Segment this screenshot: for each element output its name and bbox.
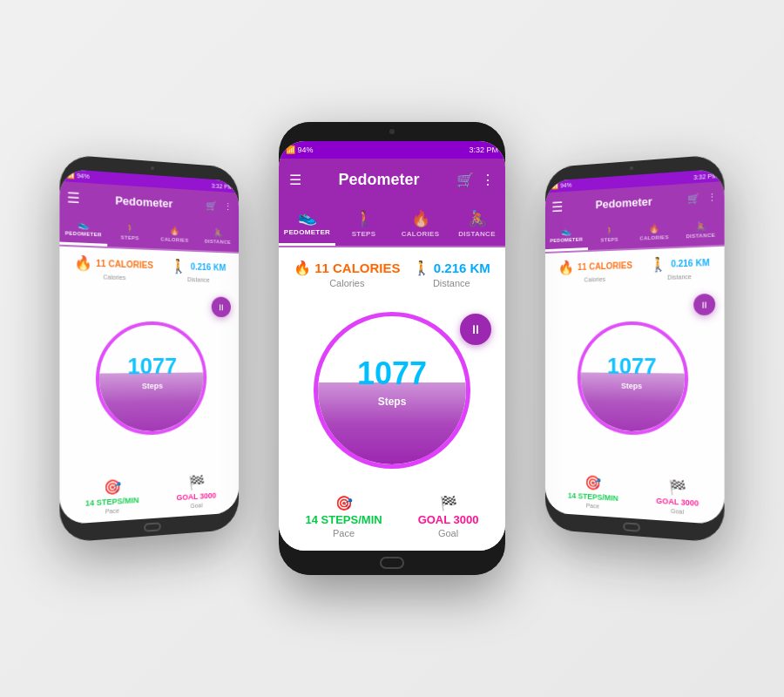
tab-bar-center: 👟 PEDOMETER 🚶 STEPS 🔥 CALORIES 🚴 DISTANC… xyxy=(279,200,505,247)
tab-calories-center[interactable]: 🔥 CALORIES xyxy=(392,200,449,246)
hamburger-icon-right[interactable]: ☰ xyxy=(551,198,563,214)
pedometer-icon-right: 👟 xyxy=(561,227,571,236)
more-icon-left[interactable]: ⋮ xyxy=(224,201,233,213)
home-button-center[interactable] xyxy=(380,557,404,569)
calories-icon-left: 🔥 xyxy=(170,225,180,234)
calories-label-left: Calories xyxy=(103,274,125,281)
pace-stat-right: 🎯 14 STEPS/MIN Pace xyxy=(568,473,618,511)
steps-label-center: Steps xyxy=(378,396,407,408)
calories-fire-icon-left: 🔥 xyxy=(74,254,92,272)
tab-steps-label-center: STEPS xyxy=(352,230,376,238)
calories-value-right: 11 CALORIES xyxy=(578,261,632,272)
distance-value-center: 0.216 KM xyxy=(434,261,490,275)
goal-stat-center: 🏁 GOAL 3000 Goal xyxy=(418,495,479,538)
tab-calories-right[interactable]: 🔥 CALORIES xyxy=(632,214,677,248)
status-bar-center: 📶 94% 3:32 PM xyxy=(279,141,505,159)
gauge-text-right: 1077 Steps xyxy=(607,352,657,390)
cart-icon-right[interactable]: 🛒 xyxy=(687,193,700,205)
phone-left: 📶 94% 3:32 PM ☰ Pedometer 🛒 ⋮ 👟 PEDOMETE… xyxy=(59,154,239,543)
distance-stat-right: 🚶 0.216 KM Distance xyxy=(650,254,709,281)
hamburger-icon-left[interactable]: ☰ xyxy=(67,188,80,206)
more-icon-center[interactable]: ⋮ xyxy=(481,172,495,188)
tab-calories-label-left: CALORIES xyxy=(160,236,188,242)
distance-icon-right: 🚴 xyxy=(695,220,706,231)
home-button-left[interactable] xyxy=(144,522,161,531)
tab-distance-left[interactable]: 🚴 DISTANCE xyxy=(196,220,239,252)
pace-value-left: 14 STEPS/MIN xyxy=(85,496,139,508)
calories-iconval-left: 🔥 11 CALORIES xyxy=(74,254,152,274)
tab-pedometer-center[interactable]: 👟 PEDOMETER xyxy=(279,200,335,246)
tab-distance-label-right: DISTANCE xyxy=(686,232,715,239)
distance-walk-icon-right: 🚶 xyxy=(650,255,667,273)
camera-right xyxy=(630,166,633,170)
phone-inner-right: 📶 94% 3:32 PM ☰ Pedometer 🛒 ⋮ 👟 PEDOMETE… xyxy=(545,168,725,524)
tab-steps-right[interactable]: 🚶 STEPS xyxy=(588,217,632,250)
tab-pedometer-right[interactable]: 👟 PEDOMETER xyxy=(545,220,588,252)
gauge-container-right: 1077 Steps xyxy=(578,283,688,474)
phone-inner-center: 📶 94% 3:32 PM ☰ Pedometer 🛒 ⋮ 👟 PEDOMETE… xyxy=(279,141,505,551)
calories-stat-left: 🔥 11 CALORIES Calories xyxy=(74,254,152,281)
tab-distance-label-left: DISTANCE xyxy=(205,238,231,244)
tab-steps-center[interactable]: 🚶 STEPS xyxy=(335,200,392,246)
pace-label-right: Pace xyxy=(586,503,599,510)
tab-steps-left[interactable]: 🚶 STEPS xyxy=(107,214,152,248)
distance-iconval-center: 🚶 0.216 KM xyxy=(413,260,490,276)
more-icon-right[interactable]: ⋮ xyxy=(707,191,717,203)
pause-button-left[interactable]: ⏸ xyxy=(212,296,231,317)
tab-pedometer-label-left: PEDOMETER xyxy=(65,230,102,237)
pace-stat-left: 🎯 14 STEPS/MIN Pace xyxy=(85,477,139,516)
goal-label-left: Goal xyxy=(191,502,203,509)
pace-icon-left: 🎯 xyxy=(104,478,121,496)
app-bar-icons-left: 🛒 ⋮ xyxy=(206,200,233,212)
content-center: 🔥 11 CALORIES Calories 🚶 0.216 KM Distan… xyxy=(279,247,505,551)
phone-bottom-bar-center xyxy=(279,551,505,575)
distance-label-left: Distance xyxy=(187,276,210,283)
cart-icon-center[interactable]: 🛒 xyxy=(456,172,474,188)
pedometer-icon-left: 👟 xyxy=(78,220,89,230)
phone-top-bar-center xyxy=(279,122,505,141)
bottom-stats-center: 🎯 14 STEPS/MIN Pace 🏁 GOAL 3000 Goal xyxy=(279,486,505,551)
calories-value-center: 11 CALORIES xyxy=(314,261,400,275)
cart-icon-left[interactable]: 🛒 xyxy=(206,200,217,211)
app-title-right: Pedometer xyxy=(563,193,687,213)
stats-row-center: 🔥 11 CALORIES Calories 🚶 0.216 KM Distan… xyxy=(279,247,505,294)
distance-iconval-right: 🚶 0.216 KM xyxy=(650,254,709,274)
goal-stat-right: 🏁 GOAL 3000 Goal xyxy=(656,477,699,516)
content-left: 🔥 11 CALORIES Calories 🚶 0.216 KM Distan… xyxy=(59,247,239,525)
hamburger-icon-center[interactable]: ☰ xyxy=(289,172,301,188)
tab-distance-right[interactable]: 🚴 DISTANCE xyxy=(677,212,724,247)
status-right-center: 3:32 PM xyxy=(469,145,498,154)
tab-pedometer-label-center: PEDOMETER xyxy=(284,228,330,236)
steps-icon-right: 🚶 xyxy=(605,225,615,234)
tab-pedometer-left[interactable]: 👟 PEDOMETER xyxy=(59,212,106,247)
app-bar-center: ☰ Pedometer 🛒 ⋮ xyxy=(279,159,505,200)
phone-center: 📶 94% 3:32 PM ☰ Pedometer 🛒 ⋮ 👟 PEDOMETE… xyxy=(279,122,505,575)
status-left-left: 📶 94% xyxy=(67,172,90,180)
pause-button-right[interactable]: ⏸ xyxy=(693,294,715,315)
status-left-center: 📶 94% xyxy=(286,145,314,154)
home-button-right[interactable] xyxy=(623,522,640,531)
tab-calories-left[interactable]: 🔥 CALORIES xyxy=(152,217,196,250)
distance-stat-center: 🚶 0.216 KM Distance xyxy=(413,260,490,288)
phone-right: 📶 94% 3:32 PM ☰ Pedometer 🛒 ⋮ 👟 PEDOMETE… xyxy=(545,154,725,543)
pace-icon-right: 🎯 xyxy=(585,474,601,491)
calories-iconval-right: 🔥 11 CALORIES xyxy=(558,257,632,276)
stats-row-left: 🔥 11 CALORIES Calories 🚶 0.216 KM Distan… xyxy=(59,247,239,288)
goal-label-center: Goal xyxy=(438,528,458,538)
distance-label-right: Distance xyxy=(667,274,692,281)
steps-label-right: Steps xyxy=(621,381,642,389)
calories-icon-right: 🔥 xyxy=(649,223,659,233)
goal-icon-center: 🏁 xyxy=(440,495,457,511)
pedometer-icon-center: 👟 xyxy=(298,207,317,227)
distance-value-left: 0.216 KM xyxy=(191,262,226,273)
gauge-wrapper-center: 1077 Steps xyxy=(314,312,470,469)
tab-distance-label-center: DISTANCE xyxy=(458,230,496,238)
tab-distance-center[interactable]: 🚴 DISTANCE xyxy=(449,200,505,246)
pace-value-right: 14 STEPS/MIN xyxy=(568,491,618,503)
calories-stat-center: 🔥 11 CALORIES Calories xyxy=(294,260,400,288)
calories-icon-center: 🔥 xyxy=(411,209,430,228)
distance-walk-icon-left: 🚶 xyxy=(171,258,187,274)
calories-stat-right: 🔥 11 CALORIES Calories xyxy=(558,257,632,283)
app-bar-icons-center: 🛒 ⋮ xyxy=(456,172,495,188)
pause-button-center[interactable]: ⏸ xyxy=(460,314,491,345)
